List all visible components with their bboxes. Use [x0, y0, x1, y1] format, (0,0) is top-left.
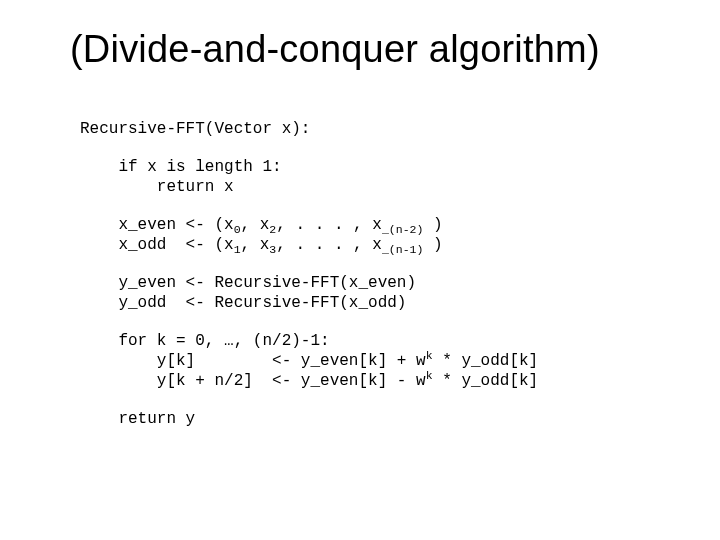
code-loop-body1: y[k] <- y_even[k] + wk * y_odd[k] — [80, 352, 538, 370]
code-rec-even: y_even <- Recursive-FFT(x_even) — [80, 274, 416, 292]
code-block: Recursive-FFT(Vector x): if x is length … — [80, 99, 670, 487]
slide-title: (Divide-and-conquer algorithm) — [70, 28, 670, 71]
code-loop-head: for k = 0, …, (n/2)-1: — [80, 332, 330, 350]
code-loop-body2: y[k + n/2] <- y_even[k] - wk * y_odd[k] — [80, 372, 538, 390]
code-base-if: if x is length 1: — [80, 158, 282, 176]
code-base-return: return x — [80, 178, 234, 196]
code-rec-odd: y_odd <- Recursive-FFT(x_odd) — [80, 294, 406, 312]
code-return: return y — [80, 410, 195, 428]
slide: (Divide-and-conquer algorithm) Recursive… — [0, 0, 720, 540]
code-signature: Recursive-FFT(Vector x): — [80, 120, 310, 138]
code-xeven: x_even <- (x0, x2, . . . , x_(n-2) ) — [80, 216, 443, 234]
code-xodd: x_odd <- (x1, x3, . . . , x_(n-1) ) — [80, 236, 443, 254]
